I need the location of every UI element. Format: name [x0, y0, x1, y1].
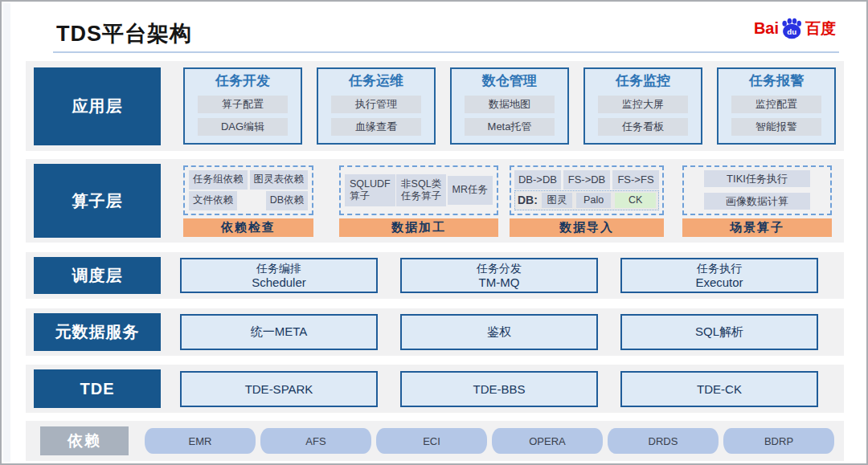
io-pill-row: DB->DB FS->DB FS->FS [514, 170, 659, 190]
schedule-card-executor: 任务执行 Executor [620, 258, 818, 293]
op-pill: FS->DB [563, 170, 610, 190]
op-pill: DB->DB [514, 170, 561, 190]
card-line1: 任务执行 [697, 262, 742, 275]
op-pill: 画像数据计算 [704, 193, 810, 210]
left-edge-strip [3, 3, 10, 462]
layer-row-tde: TDE TDE-SPARK TDE-BBS TDE-CK [26, 365, 844, 413]
op-pill: 任务组依赖 [189, 170, 248, 190]
db-options-bar: DB: 图灵 Palo CK [514, 190, 659, 210]
meta-card-sql-parse: SQL解析 [620, 314, 818, 350]
app-card-task-ops: 任务运维 执行管理 血缘查看 [317, 67, 436, 145]
op-pill: 非SQL类 任务算子 [396, 174, 446, 206]
layer-label-operator: 算子层 [34, 164, 161, 238]
db-option-palo: Palo [576, 193, 611, 208]
meta-card-auth: 鉴权 [400, 314, 598, 350]
card-item: DAG编辑 [198, 118, 288, 136]
card-line2: Scheduler [252, 275, 306, 290]
svg-text:du: du [787, 27, 796, 36]
baidu-logo: Bai du 百度 [754, 18, 836, 39]
card-item: 任务看板 [598, 118, 688, 136]
dep-pill-afs: AFS [260, 428, 371, 454]
schedule-cards: 任务编排 Scheduler 任务分发 TM-MQ 任务执行 Executor [180, 258, 818, 293]
op-pill: MR任务 [448, 176, 493, 205]
dep-pill-opera: OPERA [492, 428, 603, 454]
title-divider [53, 51, 839, 53]
db-option-turing: 图灵 [542, 193, 572, 208]
processing-pills-box: SQLUDF 算子 非SQL类 任务算子 MR任务 [339, 165, 498, 215]
app-card-task-dev: 任务开发 算子配置 DAG编辑 [183, 67, 302, 145]
card-line2: TM-MQ [479, 275, 520, 290]
op-group-data-import: DB->DB FS->DB FS->FS DB: 图灵 Palo CK 数据导入 [510, 165, 664, 237]
op-pill: SQLUDF 算子 [345, 174, 395, 206]
card-item: 监控大屏 [598, 96, 688, 113]
card-item: 监控配置 [731, 96, 821, 113]
db-option-ck: CK [615, 193, 656, 208]
meta-card-unified-meta: 统一META [180, 314, 378, 350]
card-item: 血缘查看 [331, 118, 421, 136]
layer-label-tde: TDE [34, 369, 161, 408]
schedule-card-tmmq: 任务分发 TM-MQ [400, 258, 598, 293]
op-group-dependency-check: 任务组依赖 图灵表依赖 文件依赖 DB依赖 依赖检查 [183, 165, 313, 237]
op-tag-dependency-check: 依赖检查 [183, 218, 313, 237]
card-title: 数仓管理 [482, 71, 537, 91]
op-pill: FS->FS [612, 170, 659, 190]
dependency-pills-box: 任务组依赖 图灵表依赖 文件依赖 DB依赖 [183, 165, 313, 215]
baidu-logo-text-bai: Bai [754, 19, 779, 38]
tde-card-bbs: TDE-BBS [400, 371, 598, 407]
baidu-paw-icon: du [780, 18, 804, 39]
schedule-card-scheduler: 任务编排 Scheduler [180, 258, 378, 293]
op-group-scene-operator: TIKI任务执行 画像数据计算 场景算子 [682, 165, 832, 237]
card-item: Meta托管 [465, 118, 555, 136]
op-tag-scene-operator: 场景算子 [682, 218, 832, 237]
deps-label: 依赖 [40, 426, 129, 455]
app-card-monitor: 任务监控 监控大屏 任务看板 [583, 67, 702, 145]
import-pills-box: DB->DB FS->DB FS->FS DB: 图灵 Palo CK [510, 165, 664, 215]
metadata-cards: 统一META 鉴权 SQL解析 [180, 314, 818, 350]
op-pill: DB依赖 [266, 191, 308, 210]
card-title: 任务开发 [215, 71, 270, 91]
layer-row-schedule: 调度层 任务编排 Scheduler 任务分发 TM-MQ 任务执行 Execu… [26, 252, 844, 299]
baidu-logo-text-cn: 百度 [805, 18, 836, 39]
tde-card-ck: TDE-CK [620, 371, 818, 407]
tde-card-spark: TDE-SPARK [180, 371, 378, 407]
app-card-warehouse: 数仓管理 数据地图 Meta托管 [450, 67, 569, 145]
card-item: 执行管理 [331, 96, 421, 113]
dep-pill-drds: DRDS [608, 428, 719, 454]
op-tag-data-import: 数据导入 [510, 218, 664, 237]
operator-groups: 任务组依赖 图灵表依赖 文件依赖 DB依赖 依赖检查 SQLUDF 算子 非SQ… [183, 165, 832, 237]
card-line2: Executor [695, 275, 743, 290]
deps-pills: EMR AFS ECI OPERA DRDS BDRP [145, 428, 834, 454]
card-line1: 任务编排 [256, 262, 301, 275]
db-label: DB: [518, 194, 538, 206]
card-line1: 任务分发 [477, 262, 522, 275]
app-cards: 任务开发 算子配置 DAG编辑 任务运维 执行管理 血缘查看 数仓管理 数据地图… [183, 67, 836, 145]
layer-label-metadata: 元数据服务 [34, 313, 161, 351]
layer-row-operator: 算子层 任务组依赖 图灵表依赖 文件依赖 DB依赖 依赖检查 SQLUDF 算子… [26, 159, 844, 243]
card-item: 智能报警 [731, 118, 821, 136]
card-title: 任务运维 [349, 71, 403, 91]
card-title: 任务监控 [616, 71, 670, 91]
card-title: 任务报警 [749, 71, 804, 91]
layer-label-app: 应用层 [34, 67, 161, 145]
scene-pills-box: TIKI任务执行 画像数据计算 [682, 165, 832, 215]
slide-canvas: TDS平台架构 Bai du 百度 应用层 任务开发 算子配置 DAG编辑 任务… [0, 0, 868, 465]
page-title: TDS平台架构 [56, 19, 192, 48]
card-item: 数据地图 [465, 96, 555, 113]
app-card-alert: 任务报警 监控配置 智能报警 [717, 67, 836, 145]
dep-pill-emr: EMR [145, 428, 256, 454]
layer-row-app: 应用层 任务开发 算子配置 DAG编辑 任务运维 执行管理 血缘查看 数仓管理 … [26, 61, 844, 151]
op-pill: 文件依赖 [189, 191, 237, 210]
op-pill: 图灵表依赖 [250, 170, 309, 190]
op-tag-data-processing: 数据加工 [339, 218, 498, 237]
op-pill: TIKI任务执行 [704, 170, 810, 187]
tde-cards: TDE-SPARK TDE-BBS TDE-CK [180, 371, 818, 407]
layer-row-metadata: 元数据服务 统一META 鉴权 SQL解析 [26, 308, 844, 356]
op-group-data-processing: SQLUDF 算子 非SQL类 任务算子 MR任务 数据加工 [339, 165, 498, 237]
layer-row-deps: 依赖 EMR AFS ECI OPERA DRDS BDRP [26, 421, 844, 461]
dep-pill-bdrp: BDRP [723, 428, 834, 454]
dep-pill-eci: ECI [376, 428, 487, 454]
layer-label-schedule: 调度层 [34, 257, 161, 294]
card-item: 算子配置 [198, 96, 288, 113]
